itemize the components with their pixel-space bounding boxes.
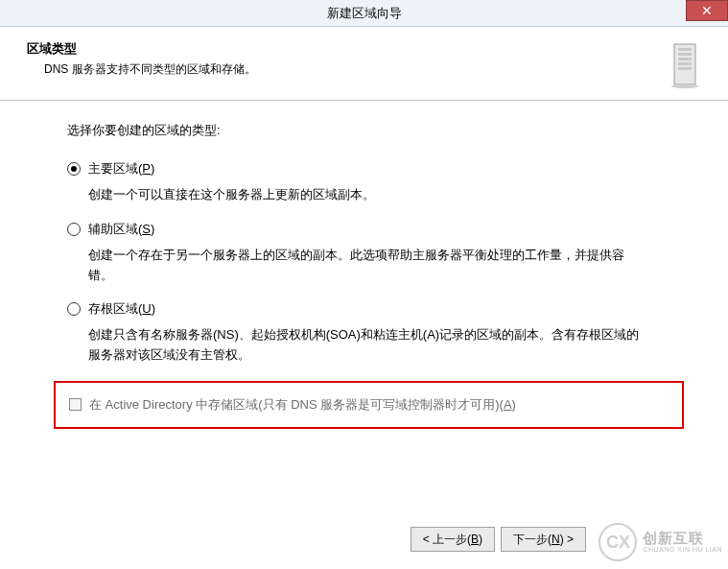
radio-option-secondary: 辅助区域(S) 创建一个存在于另一个服务器上的区域的副本。此选项帮助主服务器平衡… xyxy=(67,221,670,286)
svg-rect-3 xyxy=(678,58,692,60)
watermark-en: CHUANG XIN HU LIAN xyxy=(643,546,722,554)
svg-rect-1 xyxy=(678,48,692,51)
prompt-text: 选择你要创建的区域的类型: xyxy=(67,122,670,139)
page-subtitle: DNS 服务器支持不同类型的区域和存储。 xyxy=(44,61,669,78)
svg-rect-4 xyxy=(678,62,692,65)
radio-secondary[interactable]: 辅助区域(S) xyxy=(67,221,670,238)
close-button[interactable]: ✕ xyxy=(686,0,728,21)
window-title: 新建区域向导 xyxy=(0,5,728,22)
radio-option-stub: 存根区域(U) 创建只含有名称服务器(NS)、起始授权机构(SOA)和粘连主机(… xyxy=(67,300,670,366)
back-button[interactable]: < 上一步(B) xyxy=(411,527,495,552)
next-button[interactable]: 下一步(N) > xyxy=(501,527,586,552)
radio-icon xyxy=(67,162,81,176)
radio-desc-secondary: 创建一个存在于另一个服务器上的区域的副本。此选项帮助主服务器平衡处理的工作量，并… xyxy=(88,246,645,286)
wizard-content: 选择你要创建的区域的类型: 主要区域(P) 创建一个可以直接在这个服务器上更新的… xyxy=(0,101,728,429)
radio-label: 存根区域(U) xyxy=(88,300,155,318)
checkbox-ad-store: 在 Active Directory 中存储区域(只有 DNS 服务器是可写域控… xyxy=(69,396,669,414)
radio-label: 辅助区域(S) xyxy=(88,221,154,238)
highlight-annotation: 在 Active Directory 中存储区域(只有 DNS 服务器是可写域控… xyxy=(54,381,684,429)
close-icon: ✕ xyxy=(701,3,713,18)
svg-point-6 xyxy=(671,84,698,88)
radio-label: 主要区域(P) xyxy=(88,160,154,178)
wizard-button-bar: < 上一步(B) 下一步(N) > xyxy=(411,527,586,552)
watermark: CX 创新互联 CHUANG XIN HU LIAN xyxy=(599,523,722,561)
radio-stub[interactable]: 存根区域(U) xyxy=(67,300,670,318)
server-icon xyxy=(669,40,707,88)
checkbox-icon xyxy=(69,398,82,411)
radio-primary[interactable]: 主要区域(P) xyxy=(67,160,670,178)
titlebar: 新建区域向导 ✕ xyxy=(0,0,728,27)
radio-icon xyxy=(67,302,81,316)
radio-desc-stub: 创建只含有名称服务器(NS)、起始授权机构(SOA)和粘连主机(A)记录的区域的… xyxy=(88,325,645,366)
svg-rect-2 xyxy=(678,53,692,56)
page-title: 区域类型 xyxy=(27,40,669,58)
radio-desc-primary: 创建一个可以直接在这个服务器上更新的区域副本。 xyxy=(88,185,645,205)
radio-option-primary: 主要区域(P) 创建一个可以直接在这个服务器上更新的区域副本。 xyxy=(67,160,670,205)
watermark-cn: 创新互联 xyxy=(643,531,722,547)
checkbox-label: 在 Active Directory 中存储区域(只有 DNS 服务器是可写域控… xyxy=(89,396,516,414)
svg-rect-5 xyxy=(678,67,692,70)
wizard-header: 区域类型 DNS 服务器支持不同类型的区域和存储。 xyxy=(0,27,728,98)
radio-icon xyxy=(67,223,81,236)
watermark-logo: CX xyxy=(599,523,637,561)
